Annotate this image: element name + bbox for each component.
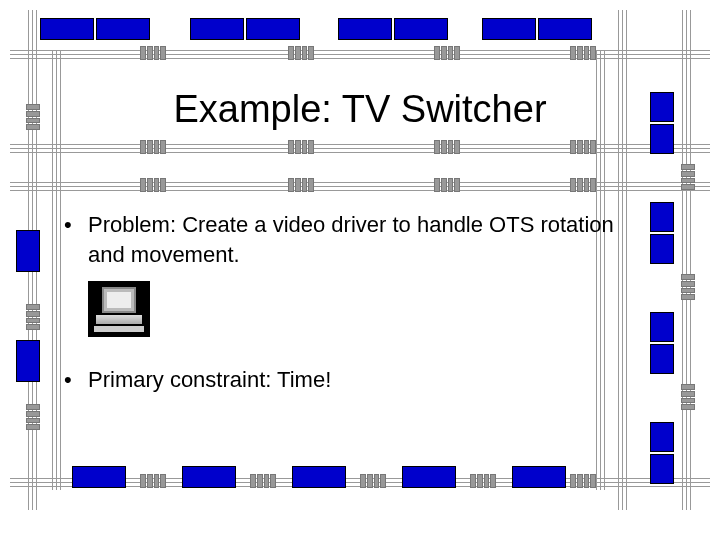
slide-body: Problem: Create a video driver to handle… <box>60 210 620 407</box>
decoration-tabs <box>434 140 460 154</box>
bullet-constraint: Primary constraint: Time! <box>60 365 620 395</box>
decoration-tabs <box>570 474 596 488</box>
decoration-block <box>650 312 674 342</box>
decoration-block <box>512 466 566 488</box>
decoration-block <box>394 18 448 40</box>
decoration-block <box>16 340 40 382</box>
decoration-block <box>482 18 536 40</box>
decoration-tabs <box>470 474 496 488</box>
decoration-tabs <box>140 140 166 154</box>
decoration-tabs <box>26 304 40 330</box>
decoration-tabs <box>681 164 695 190</box>
decoration-tabs <box>681 274 695 300</box>
decoration-block <box>72 466 126 488</box>
decoration-tabs <box>681 384 695 410</box>
decoration-block <box>538 18 592 40</box>
decoration-tabs <box>434 178 460 192</box>
bullet-problem: Problem: Create a video driver to handle… <box>60 210 620 269</box>
decoration-tabs <box>360 474 386 488</box>
decoration-block <box>292 466 346 488</box>
decoration-tabs <box>288 178 314 192</box>
frame-line <box>682 10 692 510</box>
decoration-block <box>650 344 674 374</box>
decoration-block <box>650 202 674 232</box>
decoration-tabs <box>288 140 314 154</box>
decoration-block <box>338 18 392 40</box>
decoration-tabs <box>570 178 596 192</box>
decoration-tabs <box>250 474 276 488</box>
decoration-tabs <box>570 46 596 60</box>
decoration-block <box>246 18 300 40</box>
decoration-tabs <box>570 140 596 154</box>
decoration-block <box>650 422 674 452</box>
decoration-block <box>40 18 94 40</box>
decoration-tabs <box>140 46 166 60</box>
computer-icon <box>88 281 150 337</box>
decoration-tabs <box>26 404 40 430</box>
decoration-tabs <box>140 474 166 488</box>
decoration-block <box>650 234 674 264</box>
decoration-block <box>96 18 150 40</box>
decoration-tabs <box>434 46 460 60</box>
decoration-block <box>650 454 674 484</box>
decoration-tabs <box>288 46 314 60</box>
decoration-block <box>190 18 244 40</box>
decoration-block <box>402 466 456 488</box>
decoration-tabs <box>140 178 166 192</box>
slide-title: Example: TV Switcher <box>0 88 720 131</box>
decoration-block <box>16 230 40 272</box>
decoration-block <box>182 466 236 488</box>
